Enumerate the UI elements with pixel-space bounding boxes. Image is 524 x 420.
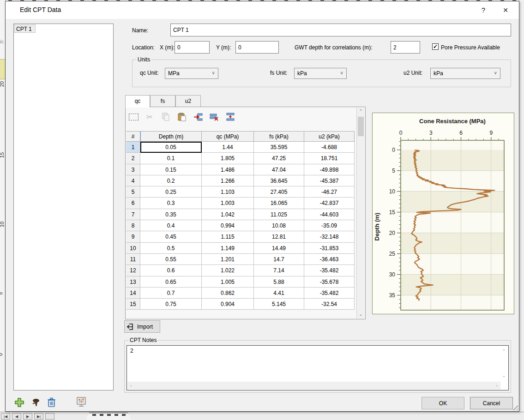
scroll-down-icon[interactable]: ⌄ [357, 311, 365, 318]
y-input[interactable] [235, 41, 279, 54]
data-cell[interactable]: 1.115 [202, 231, 254, 242]
data-cell[interactable]: 18.751 [304, 153, 355, 164]
data-cell[interactable]: -4.688 [304, 142, 355, 153]
data-cell[interactable]: 14.7 [254, 254, 304, 265]
row-number-cell[interactable]: 9 [126, 231, 140, 242]
paste-icon[interactable] [177, 112, 187, 121]
add-cpt-icon[interactable] [14, 397, 25, 408]
table-header-row[interactable]: #Depth (m)qc (MPa)fs (kPa)u2 (kPa) [126, 131, 355, 142]
row-number-cell[interactable]: 11 [126, 254, 140, 265]
data-cell[interactable]: 1.005 [202, 276, 254, 288]
data-cell[interactable]: -35.09 [304, 220, 355, 231]
data-cell[interactable]: 16.065 [254, 198, 304, 209]
data-cell[interactable]: 47.04 [254, 164, 304, 175]
data-cell[interactable]: -46.27 [304, 186, 355, 198]
data-cell[interactable]: 14.49 [254, 243, 304, 254]
delete-cpt-icon[interactable] [46, 397, 57, 408]
data-cell[interactable]: 0.2 [140, 175, 202, 186]
fs-unit-combo[interactable]: kPa ˅ [294, 68, 347, 79]
scrollbar-thumb[interactable] [358, 117, 364, 136]
data-cell[interactable]: 0.994 [202, 220, 254, 231]
gwt-input[interactable] [391, 41, 420, 54]
data-cell[interactable]: 0.904 [202, 299, 254, 310]
cut-icon[interactable]: ✂ [145, 112, 155, 121]
data-cell[interactable]: 5.88 [254, 276, 304, 288]
tab-u2[interactable]: u2 [175, 95, 201, 107]
data-cell[interactable]: 0.45 [140, 231, 202, 242]
row-number-cell[interactable]: 4 [126, 175, 140, 186]
close-button[interactable]: ✕ [499, 5, 512, 16]
data-cell[interactable]: 36.645 [254, 175, 304, 186]
copy-icon[interactable] [161, 112, 171, 121]
row-number-cell[interactable]: 10 [126, 243, 140, 254]
data-cell[interactable]: 0.35 [140, 209, 202, 220]
data-cell[interactable]: -44.603 [304, 209, 355, 220]
data-cell[interactable]: 0.25 [140, 186, 202, 198]
data-cell[interactable]: 0.55 [140, 254, 202, 265]
data-cell[interactable]: 0.3 [140, 198, 202, 209]
data-cell[interactable]: 0.75 [140, 299, 202, 310]
pin-cpt-icon[interactable] [30, 397, 41, 408]
data-cell[interactable]: 0.65 [140, 276, 202, 288]
column-header[interactable]: Depth (m) [140, 131, 202, 142]
plot-options-icon[interactable] [76, 396, 87, 408]
data-cell[interactable]: 1.103 [202, 186, 254, 198]
data-cell[interactable]: 1.486 [202, 164, 254, 175]
data-cell[interactable]: 0.862 [202, 288, 254, 299]
data-cell[interactable]: -42.837 [304, 198, 355, 209]
column-header[interactable]: qc (MPa) [202, 131, 254, 142]
row-number-cell[interactable]: 8 [126, 220, 140, 231]
data-cell[interactable]: 0.6 [140, 265, 202, 276]
row-number-cell[interactable]: 3 [126, 164, 140, 175]
data-cell[interactable]: -49.898 [304, 164, 355, 175]
scroll-right-icon[interactable]: › [496, 383, 498, 388]
data-cell[interactable]: 0.4 [140, 220, 202, 231]
data-cell[interactable]: 1.805 [202, 153, 254, 164]
scroll-up-icon[interactable]: ⌃ [502, 348, 506, 354]
data-cell[interactable]: 0.05 [140, 142, 202, 153]
tab-fs[interactable]: fs [150, 95, 175, 107]
qc-unit-combo[interactable]: MPa ˅ [165, 68, 218, 79]
data-cell[interactable]: -45.387 [304, 175, 355, 186]
list-item-cpt1[interactable]: CPT 1 [14, 24, 36, 33]
data-cell[interactable]: 27.405 [254, 186, 304, 198]
scroll-left-icon[interactable]: ‹ [130, 383, 132, 388]
data-cell[interactable]: 0.1 [140, 153, 202, 164]
data-cell[interactable]: 10.08 [254, 220, 304, 231]
row-number-cell[interactable]: 13 [126, 276, 140, 288]
column-header[interactable]: u2 (kPa) [304, 131, 355, 142]
data-cell[interactable]: -36.463 [304, 254, 355, 265]
notes-horizontal-scrollbar[interactable]: ‹ › [127, 382, 500, 390]
cancel-button[interactable]: Cancel [470, 397, 513, 409]
row-number-cell[interactable]: 15 [126, 299, 140, 310]
data-cell[interactable]: 47.25 [254, 153, 304, 164]
data-cell[interactable]: 0.15 [140, 164, 202, 175]
u2-unit-combo[interactable]: kPa ˅ [430, 68, 500, 79]
data-cell[interactable]: -35.482 [304, 265, 355, 276]
data-cell[interactable]: 1.266 [202, 175, 254, 186]
row-number-cell[interactable]: 6 [126, 198, 140, 209]
row-number-cell[interactable]: 7 [126, 209, 140, 220]
column-header[interactable]: # [126, 131, 140, 142]
data-cell[interactable]: 0.7 [140, 288, 202, 299]
scroll-up-icon[interactable]: ⌃ [357, 108, 365, 115]
row-number-cell[interactable]: 2 [126, 153, 140, 164]
data-cell[interactable]: 11.025 [254, 209, 304, 220]
row-number-cell[interactable]: 1 [126, 142, 140, 153]
select-region-icon[interactable] [128, 112, 139, 121]
ok-button[interactable]: OK [422, 397, 464, 409]
data-cell[interactable]: -32.54 [304, 299, 355, 310]
data-cell[interactable]: -35.678 [304, 276, 355, 288]
insert-row-icon[interactable] [193, 112, 203, 121]
help-button[interactable]: ? [476, 5, 490, 16]
data-cell[interactable]: 1.042 [202, 209, 254, 220]
data-cell[interactable]: 12.81 [254, 231, 304, 242]
data-cell[interactable]: 1.44 [202, 142, 254, 153]
cpt-list[interactable]: CPT 1 [13, 24, 114, 390]
data-cell[interactable]: -31.853 [304, 243, 355, 254]
delete-row-icon[interactable] [209, 112, 219, 121]
cpt-notes-textarea[interactable]: 2 ⌃ ⌄ ‹ › [126, 345, 509, 390]
scroll-down-icon[interactable]: ⌄ [502, 372, 506, 378]
data-cell[interactable]: 7.14 [254, 265, 304, 276]
row-number-cell[interactable]: 12 [126, 265, 140, 276]
